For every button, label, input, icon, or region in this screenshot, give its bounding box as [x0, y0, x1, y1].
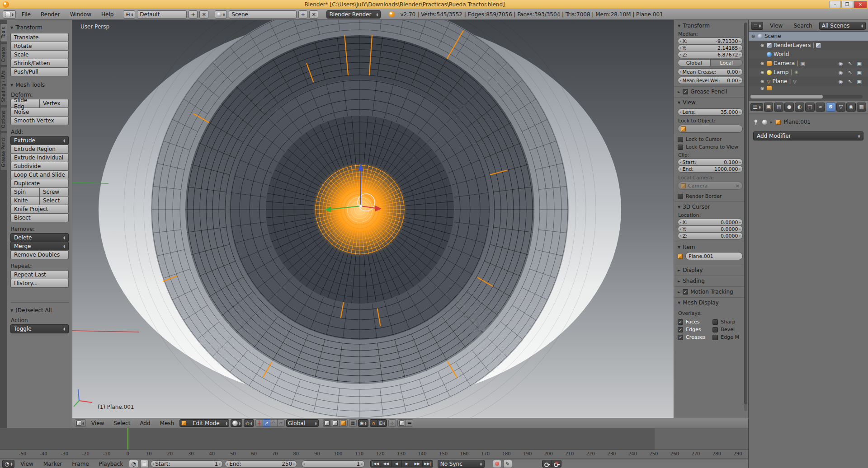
arrow-right-icon[interactable]: ▸ [739, 227, 741, 231]
subdivide-button[interactable]: Subdivide [10, 162, 69, 171]
wheel-mesh-render[interactable] [72, 20, 674, 418]
loop-cut-button[interactable]: Loop Cut and Slide [10, 170, 69, 179]
manipulator-toggle[interactable]: ╋ [255, 419, 263, 427]
mode-select[interactable]: Edit Mode ▲▼ [179, 419, 229, 427]
timeline-ruler[interactable]: -50-40-30-20-100102030405060708090100110… [0, 449, 748, 459]
lock-to-object-field[interactable] [678, 125, 743, 133]
jump-to-end-button[interactable]: ▶▶| [422, 460, 433, 468]
outliner-row-camera[interactable]: ⊕ Camera | ▣ ◉ ↖ ▣ [749, 59, 868, 68]
lock-to-cursor-checkbox[interactable] [678, 137, 683, 142]
panel-3d-cursor-header[interactable]: ▼ 3D Cursor [678, 204, 743, 210]
editor-type-button[interactable]: ▲▼ [3, 10, 16, 19]
grease-pencil-checkbox[interactable]: ✓ [683, 89, 688, 94]
menu-search[interactable]: Search [789, 23, 816, 29]
panel-transform-header[interactable]: ▼ Transform [678, 23, 743, 29]
lock-camera-checkbox[interactable] [678, 145, 683, 150]
menu-select[interactable]: Select [109, 420, 134, 426]
arrow-right-icon[interactable]: ▸ [293, 462, 295, 466]
extrude-region-button[interactable]: Extrude Region [10, 145, 69, 154]
current-frame-cursor[interactable] [127, 428, 128, 449]
merge-menu[interactable]: Merge ▲▼ [10, 242, 69, 251]
translate-button[interactable]: Translate [10, 33, 69, 42]
menu-render[interactable]: Render [37, 11, 64, 18]
menu-view[interactable]: View [766, 23, 787, 29]
close-button[interactable]: × [854, 1, 867, 8]
menu-frame[interactable]: Frame [68, 461, 93, 467]
scale-button[interactable]: Scale [10, 50, 69, 59]
collapse-icon[interactable]: ⊖ [750, 34, 756, 39]
edges-checkbox[interactable]: ✓ [678, 327, 683, 332]
scene-field[interactable]: Scene [229, 10, 297, 19]
median-x-field[interactable]: ◂ X: -9.71330 ▸ [678, 37, 743, 45]
outliner-row-world[interactable]: World [749, 50, 868, 59]
outliner-row-plane[interactable]: ⊕ ▽ Plane | ▽ ◉ ↖ ▣ [749, 77, 868, 86]
expand-icon[interactable]: ⊕ [760, 70, 765, 75]
insert-keyframe-button[interactable] [542, 460, 552, 468]
menu-mesh[interactable]: Mesh [156, 420, 179, 426]
creases-checkbox[interactable]: ✓ [678, 335, 683, 340]
display-mode-select[interactable]: All Scenes ▲▼ [819, 22, 866, 30]
menu-playback[interactable]: Playback [95, 461, 127, 467]
tab-material[interactable]: ◉ [846, 103, 856, 112]
smooth-vertex-button[interactable]: Smooth Vertex [10, 116, 69, 125]
tab-render-layers[interactable]: ▤ [774, 103, 783, 112]
outliner-row-scene[interactable]: ⊖ Scene [749, 32, 868, 41]
previous-keyframe-button[interactable]: ◀◀ [381, 460, 392, 468]
panel-mesh-tools-header[interactable]: ▼ Mesh Tools [10, 82, 69, 88]
x-icon[interactable]: × [736, 183, 740, 189]
tab-scene[interactable]: ● [784, 103, 794, 112]
sync-select[interactable]: No Sync ▲▼ [438, 460, 485, 468]
arrow-right-icon[interactable]: ▸ [739, 220, 741, 224]
add-scene-button[interactable]: + [298, 10, 307, 19]
arrow-right-icon[interactable]: ▸ [739, 234, 741, 238]
editor-type-button[interactable]: ☰ ▲▼ [750, 103, 763, 111]
delete-menu[interactable]: Delete ▲▼ [10, 233, 69, 242]
viewport-3d[interactable]: User Persp (1) Plane.001 ▼ Transform Med… [72, 20, 748, 428]
editor-type-button[interactable]: ◔ ▲▼ [2, 460, 14, 468]
cursor-z-field[interactable]: ◂ Z: 0.0000 ▸ [678, 232, 743, 239]
panel-grease-pencil-header[interactable]: ► ✓ Grease Pencil [678, 89, 743, 95]
scale-manipulator-toggle[interactable]: ▱ [277, 419, 285, 427]
snap-element-select[interactable]: ⊞ ▲▼ [377, 419, 387, 427]
opengl-render-button[interactable] [397, 419, 406, 427]
bisect-button[interactable]: Bisect [10, 213, 69, 222]
menu-marker[interactable]: Marker [39, 461, 66, 467]
current-frame-field[interactable]: ◂ 1 ▸ [302, 460, 365, 468]
selectability-icon[interactable]: ↖ [848, 70, 852, 75]
outliner-row-lamp[interactable]: ⊕ Lamp | ✳ ◉ ↖ ▣ [749, 68, 868, 77]
slide-vertex-button[interactable]: Vertex [39, 99, 69, 108]
occlude-toggle[interactable]: ▦ [349, 419, 357, 427]
noise-button[interactable]: Noise [10, 108, 69, 117]
add-layout-button[interactable]: + [189, 10, 198, 19]
arrow-right-icon[interactable]: ▸ [361, 462, 363, 466]
history-button[interactable]: History... [10, 279, 69, 288]
delete-scene-button[interactable]: × [309, 10, 318, 19]
next-keyframe-button[interactable]: ▶▶ [412, 460, 423, 468]
npanel-scrollbar[interactable] [744, 23, 747, 411]
menu-window[interactable]: Window [66, 11, 95, 18]
cursor-x-field[interactable]: ◂ X: 0.0000 ▸ [678, 219, 743, 226]
timeline[interactable]: -50-40-30-20-100102030405060708090100110… [0, 428, 748, 468]
render-border-checkbox[interactable] [678, 194, 683, 199]
arrow-right-icon[interactable]: ▸ [739, 79, 741, 82]
tab-create[interactable]: Create [0, 43, 7, 66]
arrow-right-icon[interactable]: ▸ [739, 53, 741, 56]
screw-button[interactable]: Screw [39, 187, 69, 197]
slide-edge-button[interactable]: Slide Edg [10, 99, 40, 108]
shrink-fatten-button[interactable]: Shrink/Fatten [10, 59, 69, 68]
mean-bevel-field[interactable]: ◂ Mean Bevel Wei: 0.00 ▸ [678, 77, 743, 84]
proportional-edit-select[interactable]: ◉ ▲▼ [358, 419, 368, 427]
keying-set-tools-button[interactable]: ✎ [503, 460, 512, 468]
tab-constraints[interactable]: ∞ [816, 103, 825, 112]
panel-display-header[interactable]: ► Display [678, 267, 743, 273]
knife-button[interactable]: Knife [10, 196, 40, 205]
local-camera-field[interactable]: Camera × [678, 182, 743, 190]
arrow-right-icon[interactable]: ▸ [739, 110, 741, 114]
frame-start-field[interactable]: ◂ Start: 1 ▸ [151, 460, 223, 468]
median-y-field[interactable]: ◂ Y: 2.14185 ▸ [678, 44, 743, 51]
panel-transform-header[interactable]: ▼ Transform [10, 24, 69, 31]
tab-options[interactable]: Options [0, 107, 7, 132]
screen-layout-field[interactable]: Default [137, 10, 187, 19]
visibility-eye-icon[interactable]: ◉ [839, 61, 843, 66]
pivot-select[interactable]: ◎ ▲▼ [244, 419, 254, 427]
